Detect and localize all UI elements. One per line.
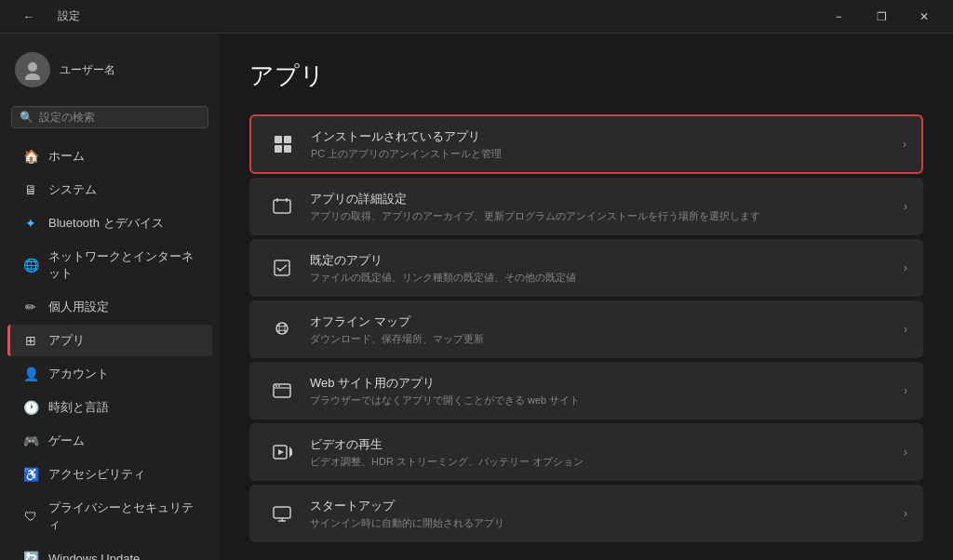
settings-item-installed-apps[interactable]: インストールされているアプリPC 上のアプリのアンインストールと管理› [249,114,923,174]
settings-list: インストールされているアプリPC 上のアプリのアンインストールと管理›アプリの詳… [249,114,923,542]
svg-marker-17 [278,449,284,455]
sidebar-item-label: アカウント [48,366,109,382]
accessibility-icon: ♿ [22,466,39,483]
titlebar: ← 設定 − ❐ ✕ [0,0,953,33]
sidebar-item-privacy[interactable]: 🛡プライバシーとセキュリティ [7,492,212,540]
sidebar-item-label: 個人用設定 [48,299,109,315]
sidebar-item-label: ゲーム [48,433,85,449]
sidebar: ユーザー名 🔍 🏠ホーム🖥システム✦Bluetooth とデバイス🌐ネットワーク… [0,33,220,560]
sidebar-item-time[interactable]: 🕐時刻と言語 [7,392,212,423]
gaming-icon: 🎮 [22,433,39,449]
svg-point-10 [276,323,288,334]
restore-button[interactable]: ❐ [860,0,903,33]
bluetooth-icon: ✦ [22,215,39,232]
settings-item-subtitle: アプリの取得、アプリのアーカイブ、更新プログラムのアンインストールを行う場所を選… [310,209,896,223]
settings-item-default-apps[interactable]: 既定のアプリファイルの既定値、リンク種類の既定値、その他の既定値› [249,239,923,297]
sidebar-item-network[interactable]: 🌐ネットワークとインターネット [7,241,212,289]
settings-item-title: アプリの詳細設定 [310,191,896,207]
settings-item-title: 既定のアプリ [310,252,896,269]
minimize-button[interactable]: − [817,0,860,33]
sidebar-item-home[interactable]: 🏠ホーム [7,140,212,172]
titlebar-title: 設定 [58,8,80,24]
personalization-icon: ✏ [22,299,39,315]
system-icon: 🖥 [22,181,39,198]
settings-item-app-advanced[interactable]: アプリの詳細設定アプリの取得、アプリのアーカイブ、更新プログラムのアンインストー… [249,178,923,235]
settings-item-text: スタートアップサインイン時に自動的に開始されるアプリ [310,498,896,530]
settings-item-startup[interactable]: スタートアップサインイン時に自動的に開始されるアプリ› [249,485,923,542]
svg-point-0 [28,62,37,72]
chevron-right-icon: › [904,446,907,459]
avatar [15,52,50,87]
installed-apps-icon [266,127,300,161]
sidebar-item-bluetooth[interactable]: ✦Bluetooth とデバイス [7,207,212,239]
sidebar-item-apps[interactable]: ⊞アプリ [7,325,212,356]
network-icon: 🌐 [22,257,39,273]
settings-item-text: 既定のアプリファイルの既定値、リンク種類の既定値、その他の既定値 [310,252,896,285]
settings-item-text: ビデオの再生ビデオ調整、HDR ストリーミング、バッテリー オプション [310,436,896,469]
sidebar-item-label: システム [48,181,97,198]
sidebar-user: ユーザー名 [0,45,220,102]
chevron-right-icon: › [904,507,907,520]
windows-update-icon: 🔄 [22,550,39,560]
search-icon: 🔍 [20,111,34,124]
svg-rect-18 [274,507,290,518]
settings-item-subtitle: ビデオ調整、HDR ストリーミング、バッテリー オプション [310,455,896,469]
chevron-right-icon: › [904,323,907,336]
content-area: アプリ インストールされているアプリPC 上のアプリのアンインストールと管理›ア… [220,33,953,560]
web-apps-icon [265,374,299,407]
settings-item-subtitle: サインイン時に自動的に開始されるアプリ [310,516,896,530]
sidebar-item-label: アプリ [48,332,85,349]
settings-item-subtitle: ブラウザーではなくアプリで開くことができる web サイト [310,393,896,407]
svg-point-1 [25,73,40,80]
privacy-icon: 🛡 [22,508,39,525]
svg-rect-4 [275,145,282,153]
settings-item-title: Web サイト用のアプリ [310,375,896,392]
search-box[interactable]: 🔍 [11,106,208,128]
svg-marker-16 [289,447,292,458]
search-input[interactable] [39,111,200,124]
sidebar-item-accessibility[interactable]: ♿アクセシビリティ [7,459,212,490]
settings-item-text: インストールされているアプリPC 上のアプリのアンインストールと管理 [311,128,895,161]
svg-rect-5 [284,145,291,153]
default-apps-icon [265,251,299,285]
titlebar-left: ← 設定 [7,0,80,33]
settings-item-offline-maps[interactable]: オフライン マップダウンロード、保存場所、マップ更新› [249,300,923,358]
settings-item-video-playback[interactable]: ビデオの再生ビデオ調整、HDR ストリーミング、バッテリー オプション› [249,423,923,481]
chevron-right-icon: › [904,384,907,397]
settings-item-subtitle: PC 上のアプリのアンインストールと管理 [311,147,895,161]
offline-maps-icon [265,313,299,346]
main-layout: ユーザー名 🔍 🏠ホーム🖥システム✦Bluetooth とデバイス🌐ネットワーク… [0,33,953,560]
startup-icon [265,497,299,530]
sidebar-item-label: Bluetooth とデバイス [48,215,164,232]
settings-item-title: オフライン マップ [310,313,896,330]
sidebar-item-label: 時刻と言語 [48,399,109,416]
sidebar-item-personalization[interactable]: ✏個人用設定 [7,291,212,323]
page-title: アプリ [249,60,923,92]
sidebar-item-label: ネットワークとインターネット [48,248,197,282]
svg-point-13 [275,385,277,387]
video-playback-icon [265,435,299,469]
app-advanced-icon [265,190,299,223]
svg-rect-6 [274,200,290,213]
chevron-right-icon: › [903,138,906,151]
sidebar-item-label: アクセシビリティ [48,466,145,483]
settings-item-text: オフライン マップダウンロード、保存場所、マップ更新 [310,313,896,346]
svg-rect-2 [275,136,282,143]
sidebar-item-system[interactable]: 🖥システム [7,174,212,206]
svg-rect-9 [275,260,289,275]
sidebar-item-accounts[interactable]: 👤アカウント [7,358,212,390]
settings-item-title: スタートアップ [310,498,896,514]
sidebar-item-gaming[interactable]: 🎮ゲーム [7,425,212,457]
settings-item-web-apps[interactable]: Web サイト用のアプリブラウザーではなくアプリで開くことができる web サイ… [249,362,923,420]
sidebar-nav: 🏠ホーム🖥システム✦Bluetooth とデバイス🌐ネットワークとインターネット… [0,140,220,560]
settings-item-text: アプリの詳細設定アプリの取得、アプリのアーカイブ、更新プログラムのアンインストー… [310,191,896,223]
settings-item-subtitle: ダウンロード、保存場所、マップ更新 [310,332,896,346]
chevron-right-icon: › [904,261,907,274]
settings-item-text: Web サイト用のアプリブラウザーではなくアプリで開くことができる web サイ… [310,375,896,407]
back-button[interactable]: ← [7,0,50,33]
sidebar-item-windows-update[interactable]: 🔄Windows Update [7,542,212,560]
close-button[interactable]: ✕ [903,0,946,33]
sidebar-item-label: プライバシーとセキュリティ [48,500,197,533]
settings-item-title: インストールされているアプリ [311,128,895,145]
sidebar-item-label: Windows Update [48,552,140,561]
